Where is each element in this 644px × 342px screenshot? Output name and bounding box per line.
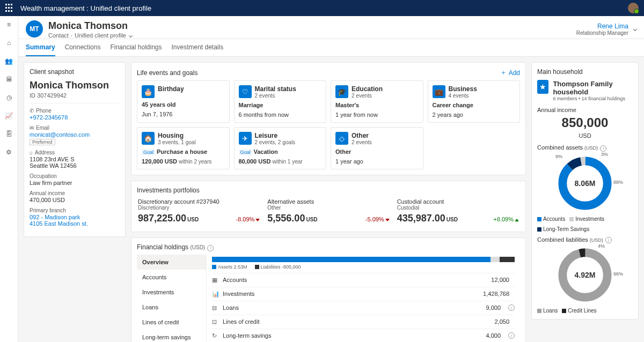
client-id: ID 307429942	[30, 92, 120, 103]
portfolios-card: Investments portfolios Discretionary acc…	[131, 181, 526, 232]
chevron-down-icon[interactable]	[633, 27, 637, 31]
info-icon[interactable]: i	[508, 332, 515, 339]
address-line1: 1108 23rd AVE S	[30, 156, 120, 162]
event-icon: 🎓	[335, 85, 348, 98]
holdings-nav-item[interactable]: Overview	[137, 255, 206, 270]
portfolio-item[interactable]: Discretionary account #237940Discretiona…	[137, 196, 261, 226]
holdings-row[interactable]: ▦Accounts12,000	[212, 273, 515, 287]
financial-holdings-card: Financial holdings (USD)i OverviewAccoun…	[131, 237, 526, 342]
card-title: Investments portfolios	[137, 187, 520, 194]
portfolio-item[interactable]: Alternative assetsOther5,556.00USD-5.09%	[266, 196, 390, 226]
holdings-nav-item[interactable]: Long-term savings	[137, 330, 206, 343]
card-title: Main household	[537, 68, 633, 76]
app-title: Wealth management : Unified client profi…	[20, 4, 628, 12]
event-icon: 🏠	[142, 132, 155, 145]
assets-donut-chart: 8.06M 88% 9% 3%	[555, 154, 614, 213]
home-icon[interactable]: ⌂	[5, 39, 13, 47]
row-icon: ↻	[212, 332, 219, 339]
client-name: Monica Thomson	[30, 80, 120, 91]
briefcase-icon[interactable]: 🗄	[5, 130, 13, 138]
tab-investment-details[interactable]: Investment details	[171, 39, 223, 56]
branch-link[interactable]: 092 - Madison park	[30, 214, 120, 220]
event-card[interactable]: 🎂Birthday45 years oldJun 7, 1976	[137, 80, 230, 123]
clock-icon[interactable]: ◷	[5, 93, 13, 102]
card-title: Life events and goals	[137, 69, 197, 77]
chevron-down-icon[interactable]	[129, 33, 133, 37]
holdings-nav-item[interactable]: Accounts	[137, 270, 206, 285]
bank-icon[interactable]: 🏛	[5, 75, 13, 84]
row-icon: ⊟	[212, 304, 219, 311]
email-icon: ✉	[30, 125, 34, 131]
liabilities-donut-chart: 4.92M 96% 4%	[555, 246, 614, 304]
branch-address[interactable]: 4105 East Madison st.	[30, 220, 120, 227]
contact-name: Monica Thomson	[48, 20, 132, 32]
address-icon: ⌂	[30, 150, 33, 155]
event-card[interactable]: 🏠Housing3 events, 1 goalGoalPurchase a h…	[137, 127, 230, 169]
preferred-badge: Preferred	[30, 139, 55, 145]
household-sub: 6 members • 14 financial holdings	[553, 96, 633, 101]
holdings-nav-item[interactable]: Loans	[137, 300, 206, 315]
event-icon: ◇	[335, 132, 348, 145]
menu-icon[interactable]: ≡	[5, 20, 13, 29]
client-snapshot-card: Client snapshot Monica Thomson ID 307429…	[24, 62, 126, 237]
plus-icon: ＋	[500, 68, 507, 77]
row-icon: ⊡	[212, 318, 219, 325]
portfolio-item[interactable]: Custodial accountCustodial435,987.00USD+…	[396, 196, 520, 226]
info-icon[interactable]: i	[600, 145, 606, 152]
event-card[interactable]: ◇Other2 eventsOther1 year ago	[331, 127, 423, 169]
tab-connections[interactable]: Connections	[65, 39, 101, 56]
left-nav-rail: ≡ ⌂ 👥 🏛 ◷ 📈 🗄 ⚙	[0, 16, 18, 342]
info-icon[interactable]: i	[605, 237, 612, 243]
event-icon: ♡	[239, 85, 252, 98]
holdings-row[interactable]: ⊡Lines of credit2,050	[212, 315, 515, 329]
life-events-card: Life events and goals ＋Add 🎂Birthday45 y…	[131, 62, 526, 175]
relationship-manager-role: Relationship Manager	[576, 30, 628, 36]
row-icon: ▦	[212, 277, 219, 284]
event-card[interactable]: 💼Business4 eventsCareer change2 years ag…	[428, 80, 521, 123]
top-bar: Wealth management : Unified client profi…	[0, 0, 644, 16]
annual-income: 470,000 USD	[30, 197, 120, 203]
add-event-button[interactable]: ＋Add	[500, 68, 520, 77]
app-launcher-icon[interactable]	[5, 4, 14, 12]
event-card[interactable]: ✈Leisure2 events, 2 goalsGoalVacation80,…	[234, 127, 327, 169]
chart-icon[interactable]: 📈	[5, 111, 13, 120]
event-icon: 🎂	[142, 85, 155, 98]
phone-link[interactable]: +972-2345678	[30, 114, 120, 121]
info-icon[interactable]: i	[207, 245, 214, 251]
email-link[interactable]: monicat@contoso.com	[30, 131, 120, 138]
holdings-nav: OverviewAccountsInvestmentsLoansLines of…	[137, 255, 207, 343]
holdings-row[interactable]: 📊Investments1,428,768	[212, 287, 515, 301]
card-title: Client snapshot	[30, 68, 120, 76]
tab-summary[interactable]: Summary	[26, 39, 55, 56]
holdings-nav-item[interactable]: Investments	[137, 285, 206, 300]
event-card[interactable]: 🎓Education2 eventsMaster's1 year from no…	[331, 80, 423, 123]
household-income: 850,000	[537, 115, 633, 130]
assets-liabilities-bar	[212, 257, 515, 262]
people-icon[interactable]: 👥	[5, 57, 13, 65]
user-avatar-icon[interactable]	[628, 3, 639, 13]
occupation: Law firm partner	[30, 180, 120, 186]
profile-type[interactable]: Unified client profile	[75, 32, 126, 39]
address-line2: Seattle WA 12456	[30, 162, 120, 169]
holdings-nav-item[interactable]: Lines of credit	[137, 315, 206, 330]
holdings-row[interactable]: ⊟Loans9,000i	[212, 301, 515, 315]
household-icon: ★	[537, 80, 548, 94]
info-icon[interactable]: i	[508, 304, 515, 311]
relationship-manager-name[interactable]: Rene Lima	[576, 23, 628, 30]
event-icon: ✈	[239, 132, 252, 145]
event-icon: 💼	[433, 85, 445, 98]
row-icon: 📊	[212, 291, 219, 298]
record-tabs: Summary Connections Financial holdings I…	[18, 39, 644, 57]
contact-type: Contact	[48, 32, 69, 39]
contact-avatar: MT	[26, 20, 43, 38]
phone-icon: ✆	[30, 108, 34, 114]
gear-icon[interactable]: ⚙	[5, 148, 13, 157]
holdings-row[interactable]: ↻Long-term savings4,000i	[212, 329, 515, 343]
event-card[interactable]: ♡Marital status2 eventsMarriage6 months …	[234, 80, 327, 123]
record-header: MT Monica Thomson Contact · Unified clie…	[18, 16, 644, 39]
tab-financial-holdings[interactable]: Financial holdings	[110, 39, 162, 56]
household-name[interactable]: Thompson Family household	[553, 80, 633, 96]
household-card: Main household ★ Thompson Family househo…	[531, 62, 639, 319]
